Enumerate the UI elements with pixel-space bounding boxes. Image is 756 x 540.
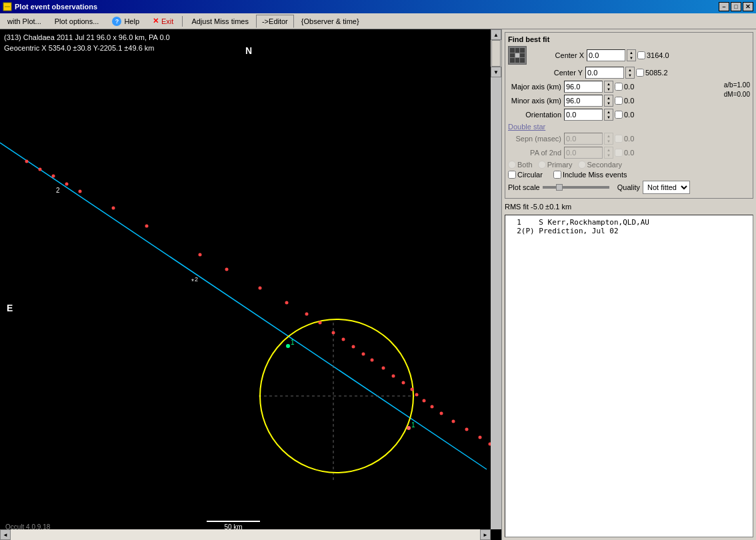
minor-axis-up[interactable]: ▲ [605,95,613,101]
title-bar: Plot event observations – □ ✕ [0,0,756,13]
center-x-spinner[interactable]: ▲ ▼ [627,49,636,61]
pa2nd-display: 0.0 [624,149,654,157]
include-miss-check: Include Miss events [553,171,627,179]
svg-point-31 [440,412,443,415]
include-miss-checkbox[interactable] [553,171,561,179]
plot-scrollbar-h[interactable]: ◄ ► [0,529,491,540]
include-miss-label: Include Miss events [563,171,627,179]
scroll-down-button[interactable]: ▼ [491,67,501,77]
title-icon [3,2,12,11]
exit-menu[interactable]: ✕ Exit [147,15,179,28]
svg-point-10 [79,190,82,193]
orientation-input[interactable] [564,109,603,121]
minor-axis-checkbox[interactable] [615,97,623,105]
plot-scale-section: Plot scale Quality Not fittedGoodFairPoo… [508,181,750,194]
minor-axis-spinner[interactable]: ▲ ▼ [604,95,613,107]
center-y-label: Center Y [529,69,583,77]
major-axis-spinner[interactable]: ▲ ▼ [604,81,613,93]
observer-time-menu[interactable]: {Observer & time} [295,15,365,28]
sepn-display: 0.0 [624,135,654,143]
minor-axis-down[interactable]: ▼ [605,101,613,106]
double-star-section: Double star Sepn (masec) ▲ ▼ 0.0 [508,123,750,169]
title-text: Plot event observations [15,3,97,11]
orientation-up[interactable]: ▲ [605,109,613,115]
with-plot-menu[interactable]: with Plot... [1,15,47,28]
sepn-check-group: 0.0 [615,135,654,143]
center-x-down[interactable]: ▼ [627,55,635,61]
svg-text:1: 1 [411,421,415,429]
orientation-down[interactable]: ▼ [605,115,613,120]
radio-primary: Primary [538,161,573,169]
radio-both: Both [508,161,533,169]
plot-area[interactable]: (313) Chaldaea 2011 Jul 21 96.0 x 96.0 k… [0,29,501,540]
svg-text:*: * [191,278,194,285]
orientation-spinner[interactable]: ▲ ▼ [604,109,613,121]
center-x-up[interactable]: ▲ [627,50,635,55]
maximize-button[interactable]: □ [731,2,741,11]
major-axis-value: 0.0 [624,83,654,91]
svg-point-20 [342,338,345,341]
double-star-label[interactable]: Double star [508,123,750,131]
quality-select[interactable]: Not fittedGoodFairPoor [643,181,690,194]
scroll-left-button[interactable]: ◄ [0,529,11,540]
major-axis-up[interactable]: ▲ [605,81,613,87]
svg-point-7 [39,168,42,171]
plot-options-menu[interactable]: Plot options... [49,15,105,28]
scroll-right-button[interactable]: ► [480,529,491,540]
right-panel: Find best fit Center X ▲ ▼ 3164.0 [501,29,756,540]
svg-point-5 [260,319,413,473]
scroll-thumb-v[interactable] [491,40,501,67]
orientation-check-group: 0.0 [615,111,654,119]
svg-point-23 [371,359,374,362]
svg-text:1: 1 [291,339,295,346]
help-menu[interactable]: ? Help [106,15,145,28]
center-x-check-group: 3164.0 [637,51,677,59]
center-x-checkbox[interactable] [637,51,645,59]
radio-secondary: Secondary [578,161,623,169]
scale-slider-thumb[interactable] [556,184,563,191]
svg-point-24 [382,367,385,370]
minor-axis-input[interactable] [564,95,603,107]
svg-point-28 [415,393,419,397]
major-axis-checkbox[interactable] [615,83,623,91]
help-icon: ? [112,17,121,26]
svg-point-33 [465,428,469,431]
orientation-checkbox[interactable] [615,111,623,119]
scroll-up-button[interactable]: ▲ [491,29,501,40]
svg-point-34 [479,436,482,439]
exit-icon: ✕ [153,17,159,25]
double-star-radio-group: Both Primary Secondary [508,161,750,169]
center-y-input[interactable] [585,67,624,79]
center-y-down[interactable]: ▼ [626,73,634,78]
svg-point-11 [112,207,115,210]
major-axis-down[interactable]: ▼ [605,87,613,92]
pa2nd-input [564,147,603,159]
pa2nd-row: PA of 2nd ▲ ▼ 0.0 [508,147,750,159]
adjust-miss-times-menu[interactable]: Adjust Miss times [185,15,255,28]
sepn-label: Sepn (masec) [508,135,561,143]
minimize-button[interactable]: – [719,2,729,11]
close-button[interactable]: ✕ [743,2,753,11]
major-axis-input[interactable] [564,81,603,93]
plot-scrollbar-v[interactable]: ▲ ▼ [491,29,501,529]
svg-point-14 [225,268,229,271]
svg-text:2: 2 [195,276,198,283]
sepn-checkbox [615,135,623,143]
center-y-checkbox[interactable] [636,69,644,77]
sepn-row: Sepn (masec) ▲ ▼ 0.0 [508,133,750,145]
svg-point-13 [199,253,202,257]
center-y-up[interactable]: ▲ [626,67,634,73]
center-x-input[interactable] [587,49,625,61]
circular-checkbox[interactable] [508,171,516,179]
editor-menu[interactable]: ->Editor [256,15,294,28]
find-best-fit-title: Find best fit [508,35,750,43]
pa2nd-checkbox [615,149,623,157]
minor-axis-value: 0.0 [624,97,654,105]
observations-list[interactable]: 1 S Kerr,Rockhampton,QLD,AU 2(P) Predict… [505,215,753,537]
grid-icon[interactable] [508,46,527,65]
plot-scale-slider[interactable] [543,186,609,189]
center-y-spinner[interactable]: ▲ ▼ [625,67,635,79]
rms-section: RMS fit -5.0 ±0.1 km [505,203,753,211]
menu-bar: with Plot... Plot options... ? Help ✕ Ex… [0,13,756,29]
svg-point-36 [286,344,290,348]
